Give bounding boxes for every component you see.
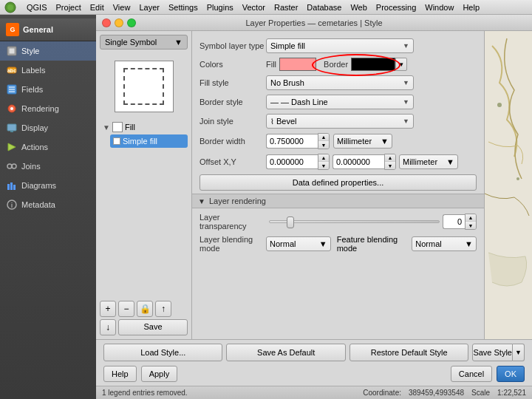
sidebar-item-rendering[interactable]: Rendering xyxy=(0,99,96,118)
menu-view[interactable]: View xyxy=(109,3,135,12)
sidebar-item-style[interactable]: Style xyxy=(0,41,96,61)
layer-blending-value: Normal xyxy=(270,239,296,248)
transparency-slider-thumb[interactable] xyxy=(287,216,294,228)
scale-label: Scale xyxy=(471,389,490,397)
dialog-content: Layer Properties — cemetaries | Style Si… xyxy=(96,15,532,399)
feature-blending-select[interactable]: Normal ▼ xyxy=(412,236,477,251)
menu-database[interactable]: Database xyxy=(302,3,346,12)
menu-window[interactable]: Window xyxy=(420,3,458,12)
close-button[interactable] xyxy=(102,18,111,27)
offset-y-input[interactable] xyxy=(332,154,384,169)
move-down-button[interactable]: ↓ xyxy=(100,319,116,335)
fill-style-select[interactable]: No Brush ▼ xyxy=(266,75,414,90)
sidebar-item-style-label: Style xyxy=(21,47,39,55)
window-controls xyxy=(102,18,136,27)
sidebar-item-labels[interactable]: abc Labels xyxy=(0,61,96,80)
restore-default-button[interactable]: Restore Default Style xyxy=(349,344,468,361)
menu-qgis[interactable]: QGIS xyxy=(22,3,52,12)
data-defined-button[interactable]: Data defined properties... xyxy=(200,174,477,191)
menu-layer[interactable]: Layer xyxy=(134,3,164,12)
join-style-select[interactable]: ⌇ Bevel ▼ xyxy=(266,114,414,129)
tree-fill-label: Fill xyxy=(125,123,135,132)
layer-blending-arrow: ▼ xyxy=(319,239,327,248)
border-width-unit-arrow: ▼ xyxy=(381,137,389,146)
border-style-select[interactable]: — — Dash Line ▼ xyxy=(266,95,414,109)
add-layer-button[interactable]: + xyxy=(100,301,116,317)
menu-processing[interactable]: Processing xyxy=(372,3,420,12)
menu-vector[interactable]: Vector xyxy=(238,3,270,12)
sidebar-header-label: General xyxy=(23,25,53,34)
transparency-label: Layer transparency xyxy=(200,213,266,231)
minimize-button[interactable] xyxy=(115,18,123,27)
offset-x-input[interactable] xyxy=(266,154,318,169)
move-up-button[interactable]: ↑ xyxy=(155,301,171,317)
sidebar-item-fields-label: Fields xyxy=(21,85,43,94)
apply-button[interactable]: Apply xyxy=(141,366,178,382)
save-style-button[interactable]: Save Style xyxy=(472,344,513,361)
sidebar-item-fields[interactable]: Fields xyxy=(0,80,96,99)
tree-item-simple-fill[interactable]: ✓ Simple fill xyxy=(110,134,188,148)
ok-button[interactable]: OK xyxy=(497,366,525,382)
save-symbol-button[interactable]: Save xyxy=(118,319,188,335)
offset-x-down[interactable]: ▼ xyxy=(318,162,329,169)
cancel-button[interactable]: Cancel xyxy=(451,366,492,382)
lock-layer-button[interactable]: 🔒 xyxy=(137,301,153,317)
help-button[interactable]: Help xyxy=(103,366,137,382)
offset-x-up[interactable]: ▲ xyxy=(318,154,329,162)
action-buttons: Help Apply Cancel OK xyxy=(103,366,525,382)
border-width-unit[interactable]: Millimeter ▼ xyxy=(333,134,392,149)
transparency-value-input[interactable] xyxy=(443,214,465,229)
sidebar-item-diagrams[interactable]: Diagrams xyxy=(0,176,96,195)
border-width-input[interactable] xyxy=(266,134,318,149)
layer-blending-select[interactable]: Normal ▼ xyxy=(266,236,331,251)
border-width-up[interactable]: ▲ xyxy=(318,134,329,141)
svg-text:i: i xyxy=(11,202,13,209)
menu-settings[interactable]: Settings xyxy=(164,3,202,12)
sidebar-item-joins[interactable]: Joins xyxy=(0,157,96,176)
symbol-type-dropdown[interactable]: Single Symbol ▼ xyxy=(100,35,188,50)
sidebar-item-metadata[interactable]: i Metadata xyxy=(0,195,96,214)
symbol-layer-type-select[interactable]: Simple fill ▼ xyxy=(266,38,414,53)
offset-y-up[interactable]: ▲ xyxy=(385,154,395,162)
transparency-slider-track xyxy=(269,220,440,223)
sidebar-item-display[interactable]: Display xyxy=(0,118,96,137)
symbol-layer-type-row: Symbol layer type Simple fill ▼ xyxy=(200,38,477,53)
offset-unit[interactable]: Millimeter ▼ xyxy=(399,154,458,169)
offset-x-spinner: ▲ ▼ xyxy=(318,154,330,170)
tree-controls: + − 🔒 ↑ ↓ Save xyxy=(100,301,188,335)
layer-rendering-label: Layer rendering xyxy=(209,197,266,205)
menu-edit[interactable]: Edit xyxy=(86,3,109,12)
save-style-dropdown-button[interactable]: ▼ xyxy=(513,344,525,361)
save-as-default-button[interactable]: Save As Default xyxy=(226,344,345,361)
joins-icon xyxy=(6,160,18,172)
menu-project[interactable]: Project xyxy=(52,3,86,12)
fill-checkbox[interactable]: ✓ xyxy=(113,137,120,145)
feature-blending-value: Normal xyxy=(415,239,441,248)
map-background xyxy=(484,31,532,339)
transparency-up[interactable]: ▲ xyxy=(466,214,476,222)
offset-y-down[interactable]: ▼ xyxy=(385,162,395,169)
tree-item-fill[interactable]: ▼ Fill xyxy=(100,120,188,134)
load-style-button[interactable]: Load Style... xyxy=(103,344,222,361)
symbol-preview-inner xyxy=(123,68,164,105)
transparency-down[interactable]: ▼ xyxy=(466,222,476,229)
menu-plugins[interactable]: Plugins xyxy=(202,3,238,12)
menu-web[interactable]: Web xyxy=(346,3,371,12)
fill-color-swatch[interactable] xyxy=(279,58,316,71)
menu-raster[interactable]: Raster xyxy=(270,3,302,12)
dialog-body: Single Symbol ▼ ▼ Fill ✓ Simp xyxy=(96,31,532,339)
layer-rendering-header[interactable]: ▼ Layer rendering xyxy=(192,194,484,208)
border-width-down[interactable]: ▼ xyxy=(318,141,329,149)
join-style-icon: ⌇ xyxy=(270,117,274,126)
join-style-row: Join style ⌇ Bevel ▼ xyxy=(200,114,477,129)
symbol-preview xyxy=(115,61,174,112)
sidebar-item-diagrams-label: Diagrams xyxy=(21,181,56,190)
sidebar-item-rendering-label: Rendering xyxy=(21,104,59,113)
menu-help[interactable]: Help xyxy=(458,3,484,12)
border-color-btn[interactable]: ▼ xyxy=(395,58,407,71)
sidebar-item-actions[interactable]: Actions xyxy=(0,137,96,157)
border-color-swatch[interactable] xyxy=(351,58,395,71)
remove-layer-button[interactable]: − xyxy=(118,301,134,317)
svg-point-1 xyxy=(7,4,13,10)
maximize-button[interactable] xyxy=(127,18,136,27)
